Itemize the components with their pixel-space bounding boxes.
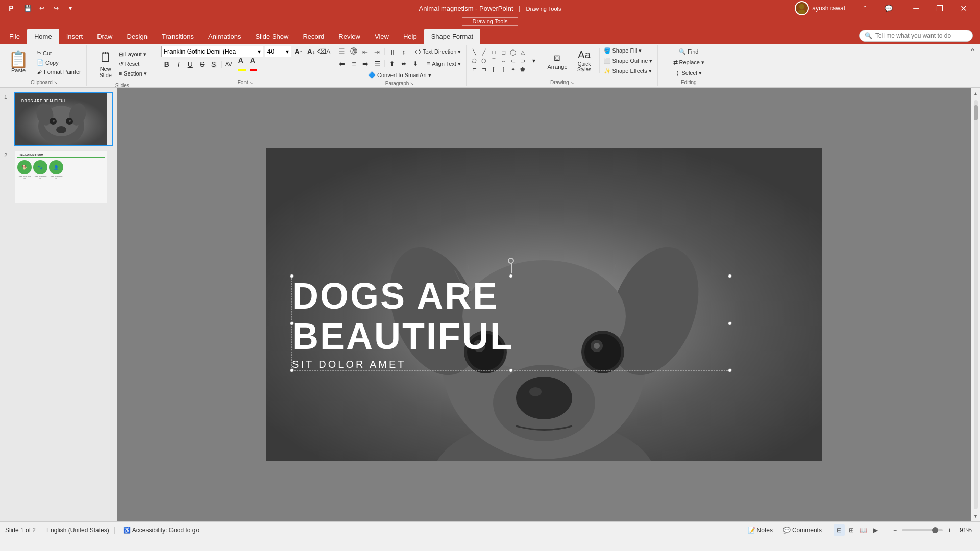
shape-cell[interactable]: ⬡ (479, 57, 488, 65)
shape-effects-button[interactable]: ✨ Shape Effects ▾ (602, 67, 655, 76)
tab-animations[interactable]: Animations (201, 29, 248, 44)
shape-cell[interactable]: ⬟ (518, 65, 527, 73)
paragraph-expand-icon[interactable]: ↘ (410, 81, 414, 86)
notes-button[interactable]: 📝 Notes (745, 525, 776, 535)
font-color-button[interactable]: A (238, 59, 249, 70)
handle-ml[interactable] (290, 321, 294, 325)
rotate-handle[interactable] (508, 258, 514, 264)
handle-bm[interactable] (509, 368, 513, 372)
tell-me-input[interactable] (875, 32, 967, 39)
scroll-down-button[interactable]: ▼ (972, 512, 979, 519)
shape-cell[interactable]: ╲ (470, 48, 479, 56)
zoom-thumb[interactable] (932, 527, 938, 533)
shape-cell[interactable]: ⊏ (470, 65, 479, 73)
bold-button[interactable]: B (161, 59, 173, 70)
save-button[interactable]: 💾 (21, 2, 34, 14)
slide-thumb-1[interactable]: 1 (4, 92, 113, 146)
slide-thumbnail-2[interactable]: TITLE LOREM IPSUM 🐕 🐾 👤 Lorem ipsum dolo… (14, 150, 113, 204)
shape-cell[interactable]: ⌒ (489, 57, 498, 65)
shape-cell[interactable]: ╱ (479, 48, 488, 56)
tab-draw[interactable]: Draw (90, 29, 119, 44)
copy-button[interactable]: 📄 Copy (35, 58, 83, 67)
select-button[interactable]: ⊹ Select ▾ (673, 69, 704, 78)
shape-cell[interactable]: ⊂ (508, 57, 518, 65)
tab-help[interactable]: Help (396, 29, 424, 44)
new-slide-button[interactable]: 🗒 NewSlide (95, 46, 116, 82)
tab-home[interactable]: Home (27, 29, 59, 44)
tab-record[interactable]: Record (296, 29, 331, 44)
shape-fill-button[interactable]: 🪣 Shape Fill ▾ (602, 46, 655, 55)
shadow-button[interactable]: S (208, 59, 219, 70)
clipboard-expand-icon[interactable]: ↘ (54, 80, 58, 85)
strikethrough-button[interactable]: S (197, 59, 208, 70)
redo-button[interactable]: ↪ (50, 2, 62, 14)
minimize-button[interactable]: ─ (904, 0, 928, 16)
align-center-button[interactable]: ≡ (348, 58, 359, 69)
shape-outline-button[interactable]: ⬜ Shape Outline ▾ (602, 57, 655, 65)
align-bottom-button[interactable]: ⬇ (410, 58, 421, 69)
shape-cell[interactable]: ⊐ (479, 65, 488, 73)
convert-smartart-button[interactable]: 🔷 Convert to SmartArt ▾ (366, 70, 433, 80)
reset-button[interactable]: ↺ Reset (117, 60, 149, 68)
numbered-list-button[interactable]: ⑳ (348, 46, 359, 57)
shape-cell[interactable]: ⌈ (489, 65, 498, 73)
arrange-button[interactable]: ⧈ Arrange (544, 48, 570, 73)
bullet-list-button[interactable]: ☰ (336, 46, 348, 57)
handle-tr[interactable] (728, 274, 732, 278)
normal-view-button[interactable]: ⊟ (834, 524, 845, 536)
shape-cell[interactable]: ⌣ (499, 57, 508, 65)
tab-design[interactable]: Design (120, 29, 155, 44)
section-button[interactable]: ≡ Section ▾ (117, 69, 149, 78)
slide-sorter-button[interactable]: ⊞ (846, 524, 857, 536)
handle-tm[interactable] (509, 274, 513, 278)
text-direction-button[interactable]: ⭯ Text Direction ▾ (413, 47, 463, 56)
shapes-more-button[interactable]: ▾ (528, 55, 540, 66)
paste-button[interactable]: 📋 Paste (4, 46, 33, 79)
quick-styles-button[interactable]: Aa QuickStyles (572, 48, 597, 73)
handle-tl[interactable] (290, 274, 294, 278)
char-spacing-button[interactable]: AV (223, 59, 234, 70)
decrease-font-button[interactable]: A↓ (306, 46, 317, 57)
zoom-out-button[interactable]: − (890, 525, 900, 535)
tell-me-box[interactable]: 🔍 (859, 30, 973, 42)
align-left-button[interactable]: ⬅ (336, 58, 348, 69)
font-size-selector[interactable]: 40 ▾ (265, 46, 291, 57)
comments-button[interactable]: 💬 Comments (780, 525, 825, 535)
justify-button[interactable]: ☰ (372, 58, 383, 69)
undo-button[interactable]: ↩ (36, 2, 48, 14)
tab-insert[interactable]: Insert (59, 29, 90, 44)
increase-font-button[interactable]: A↑ (293, 46, 304, 57)
cut-button[interactable]: ✂ Cut (35, 48, 83, 57)
align-text-button[interactable]: ≡ Align Text ▾ (425, 59, 463, 68)
shape-cell[interactable]: ⌉ (499, 65, 508, 73)
slideshow-button[interactable]: ▶ (870, 524, 881, 536)
reading-view-button[interactable]: 📖 (858, 524, 869, 536)
tab-shape-format[interactable]: Shape Format (424, 29, 480, 44)
text-box[interactable]: DOGS ARE BEAUTIFUL SIT DOLOR AMET (291, 276, 730, 371)
font-expand-icon[interactable]: ↘ (249, 80, 253, 85)
slide-canvas[interactable]: DOGS ARE BEAUTIFUL SIT DOLOR AMET (266, 148, 822, 461)
tab-review[interactable]: Review (331, 29, 368, 44)
shape-cell[interactable]: ◯ (508, 48, 518, 56)
increase-indent-button[interactable]: ⇥ (372, 46, 383, 57)
scroll-thumb[interactable] (974, 105, 978, 120)
font-selector[interactable]: Franklin Gothic Demi (Hea ▾ (161, 46, 263, 57)
shape-cell[interactable]: △ (518, 48, 527, 56)
quick-access-toolbar[interactable]: 💾 ↩ ↪ ▾ (21, 2, 77, 14)
shape-cell[interactable]: ✦ (508, 65, 518, 73)
customize-button[interactable]: ▾ (64, 2, 77, 14)
replace-button[interactable]: ⇄ Replace ▾ (671, 58, 706, 67)
feedback-button[interactable]: 💬 (877, 0, 900, 16)
drawing-expand-icon[interactable]: ↘ (570, 80, 574, 85)
decrease-indent-button[interactable]: ⇤ (360, 46, 371, 57)
italic-button[interactable]: I (173, 59, 184, 70)
slide-thumb-2[interactable]: 2 TITLE LOREM IPSUM 🐕 🐾 👤 Lorem ipsum do… (4, 150, 113, 204)
tab-file[interactable]: File (2, 29, 27, 44)
align-right-button[interactable]: ➡ (360, 58, 371, 69)
highlight-button[interactable]: A (250, 59, 261, 70)
find-button[interactable]: 🔍 Find (677, 47, 700, 56)
scroll-up-button[interactable]: ▲ (972, 90, 979, 97)
format-painter-button[interactable]: 🖌 Format Painter (35, 68, 83, 76)
ribbon-collapse-button[interactable]: ⌃ (853, 0, 877, 16)
restore-button[interactable]: ❐ (928, 0, 951, 16)
